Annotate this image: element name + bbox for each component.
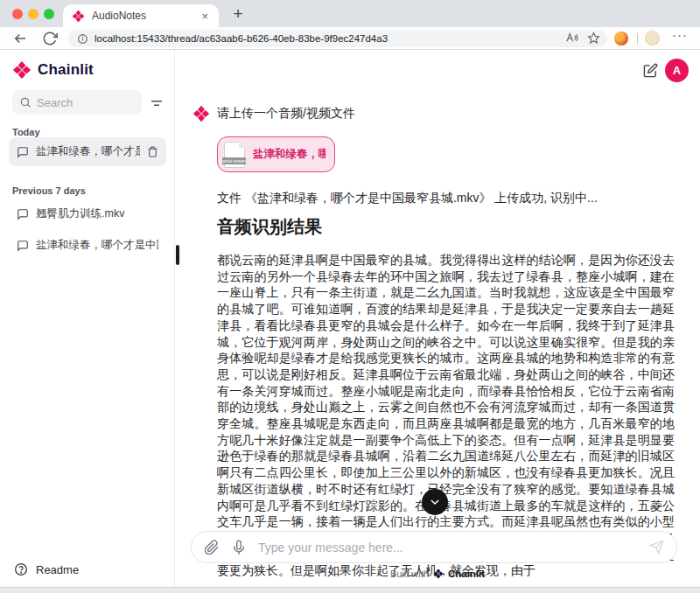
thread-item[interactable]: 翘臀肌力训练.mkv	[9, 199, 166, 228]
attachment-name: 盐津和绿春，哪...	[253, 147, 326, 162]
address-bar[interactable]: localhost:15433/thread/ac63aab6-b626-40e…	[68, 30, 607, 47]
thread-title: 盐津和绿春，哪个才是中...	[36, 144, 140, 159]
thread-item[interactable]: 盐津和绿春，哪个才是中...	[9, 137, 166, 166]
assistant-message: 请上传一个音频/视频文件	[217, 106, 355, 122]
readme-label: Readme	[36, 563, 79, 576]
read-aloud-icon[interactable]	[565, 31, 578, 45]
profile-avatar-icon[interactable]	[645, 31, 660, 45]
browser-window: AudioNotes × + localhost:15433/thread/ac…	[0, 0, 700, 593]
brand-name: Chainlit	[38, 61, 94, 79]
edit-square-icon	[643, 63, 658, 78]
footer-brand-text: Chainlit	[448, 569, 485, 579]
search-input[interactable]	[37, 96, 135, 109]
file-mime-badge: octet-stream	[222, 157, 246, 164]
sidebar: Chainlit Today 盐津和绿春，哪个才是中... Previous 7…	[0, 50, 175, 587]
browser-toolbar: localhost:15433/thread/ac63aab6-b626-40e…	[0, 27, 700, 50]
chevron-down-icon	[429, 496, 441, 508]
window-minimize-button[interactable]	[28, 9, 38, 19]
filter-button[interactable]	[149, 95, 164, 109]
delete-thread-icon[interactable]	[147, 146, 158, 157]
search-icon	[19, 96, 32, 108]
user-avatar[interactable]: A	[665, 59, 689, 82]
attach-file-icon[interactable]	[204, 540, 220, 555]
window-bottom-edge	[0, 587, 700, 593]
back-arrow-icon	[12, 31, 28, 46]
chat-bubble-icon	[17, 208, 29, 220]
help-circle-icon	[14, 562, 28, 576]
refresh-button[interactable]	[42, 31, 58, 46]
chat-bubble-icon	[17, 146, 29, 158]
chat-bubble-icon	[17, 240, 29, 252]
file-fold-corner	[239, 142, 245, 148]
brand-row: Chainlit	[12, 60, 94, 80]
microphone-icon[interactable]	[231, 540, 247, 555]
transcript-text: 都说云南的延津县啊是中国最窄的县城。我觉得得出这样的结论啊，是因为你还没去过云南…	[217, 252, 675, 579]
window-close-button[interactable]	[12, 9, 23, 19]
site-info-icon[interactable]	[77, 33, 88, 45]
chainlit-logo-icon	[12, 60, 32, 80]
send-icon[interactable]	[649, 540, 664, 555]
message-composer[interactable]	[191, 531, 677, 563]
sidebar-scrollbar-thumb[interactable]	[176, 245, 179, 265]
attachment-chip[interactable]: octet-stream 盐津和绿春，哪...	[217, 136, 335, 172]
tab-strip: AudioNotes × +	[0, 0, 700, 27]
refresh-icon	[42, 31, 58, 46]
result-heading: 音频识别结果	[217, 215, 322, 239]
window-zoom-button[interactable]	[44, 9, 54, 19]
thread-title: 盐津和绿春，哪个才是中国...	[36, 238, 158, 253]
tab-close-icon[interactable]: ×	[200, 10, 210, 23]
chat-main: A 请上传一个音频/视频文件 octet-stream 盐津和绿春，哪... 文…	[175, 50, 700, 587]
chainlit-footer-logo-icon	[433, 569, 444, 579]
browser-extension-icon[interactable]	[614, 31, 628, 45]
search-box[interactable]	[12, 90, 142, 115]
new-chat-button[interactable]	[643, 63, 658, 78]
browser-tab[interactable]: AudioNotes ×	[63, 4, 219, 27]
url-text: localhost:15433/thread/ac63aab6-b626-40e…	[94, 33, 388, 44]
new-tab-button[interactable]: +	[228, 3, 248, 24]
tab-title: AudioNotes	[92, 10, 200, 22]
readme-link[interactable]: Readme	[14, 562, 79, 576]
section-label-previous: Previous 7 days	[12, 185, 86, 196]
thread-title: 翘臀肌力训练.mkv	[36, 206, 158, 221]
message-input[interactable]	[258, 541, 638, 555]
section-label-today: Today	[12, 127, 40, 137]
scroll-to-bottom-button[interactable]	[422, 489, 448, 515]
app-body: Chainlit Today 盐津和绿春，哪个才是中... Previous 7…	[0, 50, 700, 587]
filter-icon	[149, 95, 164, 111]
file-icon: octet-stream	[224, 142, 245, 168]
chainlit-favicon-icon	[72, 10, 85, 23]
upload-status-text: 文件 《盐津和绿春，哪个才是中国最窄县城.mkv》 上传成功, 识别中...	[217, 191, 676, 206]
built-with-footer: Built with Chainlit	[175, 569, 700, 579]
thread-item[interactable]: 盐津和绿春，哪个才是中国...	[9, 231, 166, 260]
toolbar-divider	[637, 33, 638, 45]
assistant-avatar-icon	[192, 105, 210, 122]
browser-menu-button[interactable]: ···	[672, 27, 688, 42]
built-with-text: Built with	[390, 569, 429, 579]
back-button[interactable]	[12, 31, 28, 46]
favorite-star-icon[interactable]	[587, 31, 600, 45]
